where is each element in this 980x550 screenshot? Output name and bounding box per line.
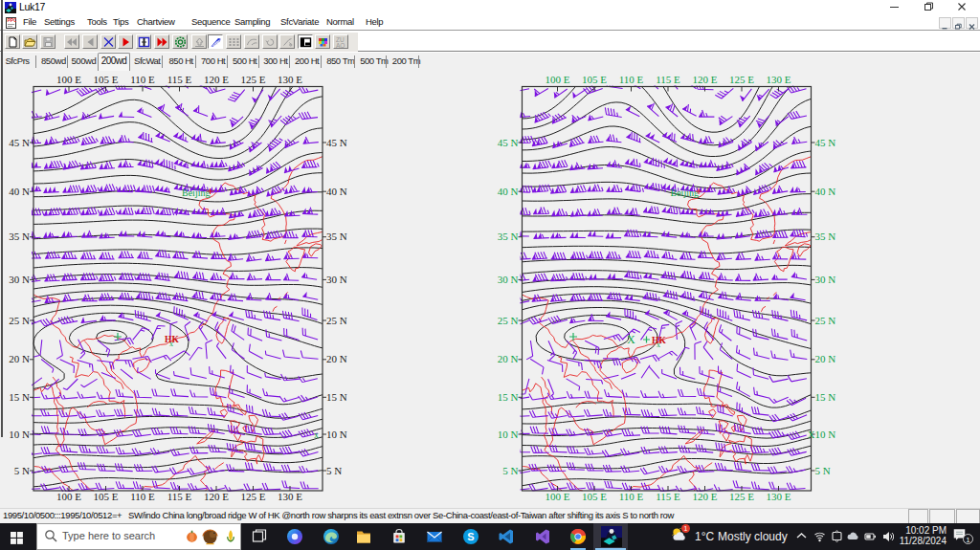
svg-text:5 N: 5 N	[14, 465, 30, 476]
svg-text:105 E: 105 E	[582, 74, 607, 85]
svg-text:30 N: 30 N	[498, 274, 519, 285]
svg-text:PPC: PPC	[8, 17, 17, 23]
svg-text:10 N: 10 N	[326, 429, 347, 440]
svg-text:120 E: 120 E	[204, 74, 229, 85]
svg-text:35 N: 35 N	[815, 231, 836, 242]
svg-text:100 E: 100 E	[56, 74, 81, 85]
svg-text:40 N: 40 N	[815, 186, 836, 197]
svg-text:45 N: 45 N	[815, 137, 836, 148]
svg-text:110 E: 110 E	[130, 491, 155, 502]
svg-text:125 E: 125 E	[729, 74, 754, 85]
svg-text:Beijing: Beijing	[671, 187, 699, 198]
svg-text:20 N: 20 N	[9, 353, 30, 364]
svg-text:125 E: 125 E	[241, 74, 266, 85]
svg-text:45 N: 45 N	[9, 137, 30, 148]
svg-text:100 E: 100 E	[546, 74, 570, 85]
svg-text:40 N: 40 N	[9, 186, 30, 197]
svg-text:X: X	[808, 429, 815, 440]
svg-text:120 E: 120 E	[693, 74, 718, 85]
svg-text:AO: AO	[336, 42, 345, 49]
svg-text:25 N: 25 N	[326, 315, 347, 326]
svg-text:Beijing: Beijing	[182, 187, 210, 198]
svg-text:35 N: 35 N	[9, 231, 30, 242]
svg-text:130 E: 130 E	[278, 491, 302, 502]
svg-text:35 N: 35 N	[326, 231, 347, 242]
svg-text:45 N: 45 N	[326, 137, 347, 148]
svg-text:40 N: 40 N	[326, 186, 347, 197]
svg-text:10 N: 10 N	[498, 429, 519, 440]
svg-text:S: S	[467, 531, 474, 542]
svg-text:110 E: 110 E	[619, 74, 644, 85]
svg-text:10 N: 10 N	[9, 429, 30, 440]
svg-text:125 E: 125 E	[729, 491, 754, 502]
svg-text:115 E: 115 E	[656, 491, 680, 502]
svg-text:45 N: 45 N	[498, 137, 519, 148]
svg-text:120 E: 120 E	[204, 491, 229, 502]
svg-text:5 N: 5 N	[502, 465, 518, 476]
svg-text:105 E: 105 E	[94, 74, 119, 85]
svg-text:25 N: 25 N	[9, 315, 30, 326]
svg-text:105 E: 105 E	[582, 491, 607, 502]
svg-text:115 E: 115 E	[656, 74, 680, 85]
svg-text:30 N: 30 N	[326, 274, 347, 285]
svg-text:110 E: 110 E	[619, 491, 644, 502]
svg-text:25 N: 25 N	[815, 315, 836, 326]
svg-text:x: x	[169, 340, 173, 348]
svg-text:40 N: 40 N	[498, 186, 519, 197]
svg-text:110 E: 110 E	[130, 74, 155, 85]
svg-text:100 E: 100 E	[56, 491, 81, 502]
svg-text:115 E: 115 E	[167, 74, 192, 85]
svg-text:X: X	[627, 333, 635, 346]
svg-text:105 E: 105 E	[94, 491, 119, 502]
svg-text:130 E: 130 E	[278, 74, 302, 85]
svg-text:120 E: 120 E	[693, 491, 718, 502]
svg-text:15 N: 15 N	[815, 391, 836, 403]
svg-text:35 N: 35 N	[498, 231, 519, 242]
svg-text:20 N: 20 N	[498, 353, 519, 364]
svg-text:125 E: 125 E	[241, 491, 266, 502]
svg-text:10 N: 10 N	[815, 429, 836, 440]
svg-text:130 E: 130 E	[767, 74, 791, 85]
svg-text:115 E: 115 E	[167, 491, 192, 502]
svg-text:x: x	[314, 429, 319, 440]
svg-text:100 E: 100 E	[546, 491, 570, 502]
svg-text:5 N: 5 N	[815, 465, 831, 476]
svg-text:25 N: 25 N	[498, 315, 519, 326]
svg-text:5 N: 5 N	[326, 465, 342, 476]
svg-text:15 N: 15 N	[326, 391, 347, 403]
svg-text:130 E: 130 E	[767, 491, 791, 502]
svg-text:20 N: 20 N	[815, 353, 836, 364]
svg-text:15 N: 15 N	[9, 391, 30, 403]
svg-text:x: x	[657, 341, 660, 349]
svg-text:20 N: 20 N	[326, 353, 347, 364]
svg-text:30 N: 30 N	[9, 274, 30, 285]
svg-text:30 N: 30 N	[815, 274, 836, 285]
svg-text:15 N: 15 N	[498, 391, 519, 403]
